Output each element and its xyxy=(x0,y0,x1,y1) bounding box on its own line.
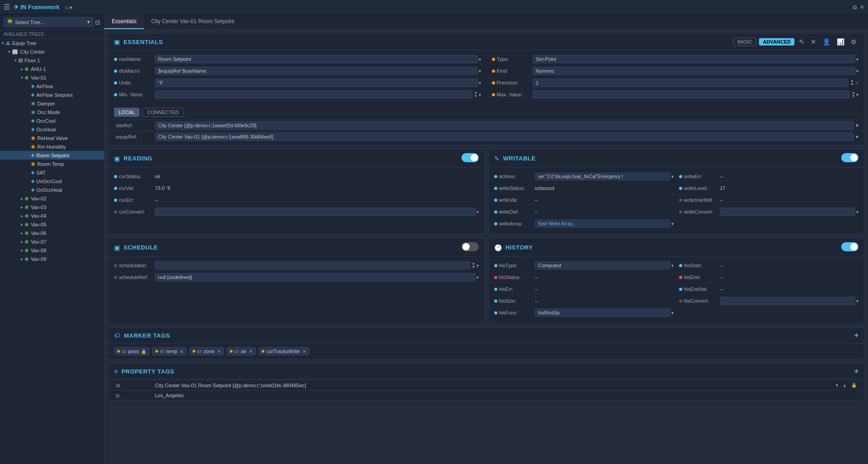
sidebar-item-occcool[interactable]: ◈ OccCool xyxy=(0,116,104,125)
toggle-vav-08[interactable]: ▸ xyxy=(19,248,25,253)
units-dropdown-icon[interactable]: ▾ xyxy=(479,80,481,85)
sidebar-item-vav-01[interactable]: ▾ ◉ Vav-01 xyxy=(0,73,104,82)
menu-icon[interactable]: ☰ xyxy=(4,3,10,11)
edit-icon[interactable]: ✎ xyxy=(797,37,806,46)
basic-button[interactable]: BASIC xyxy=(733,38,756,46)
prop-id-lock-icon[interactable]: 🔒 xyxy=(849,382,858,389)
prop-id-dropdown-icon[interactable]: ▾ xyxy=(834,382,840,389)
settings-icon[interactable]: ⚙ xyxy=(849,37,858,46)
sidebar-item-vav-08[interactable]: ▸ ◉ Vav-08 xyxy=(0,246,104,254)
toggle-vav-04[interactable]: ▸ xyxy=(19,214,25,218)
writable-toggle[interactable] xyxy=(841,153,858,162)
kind-dropdown-icon[interactable]: ▾ xyxy=(856,69,858,74)
window-restore-icon[interactable]: ⧉ xyxy=(853,4,857,10)
sidebar-item-reheat-valve[interactable]: ◉ ReHeat Valve xyxy=(0,134,104,142)
writearray-input[interactable] xyxy=(535,220,670,228)
minvalue-dropdown-icon[interactable]: ▾ xyxy=(479,92,481,97)
tree-select[interactable]: 🌳 Select Tree... ▾ xyxy=(4,17,93,27)
hisconvert-input[interactable] xyxy=(720,297,855,305)
actions-input[interactable] xyxy=(535,173,670,180)
sidebar-item-room-setpoint[interactable]: ◈ Room Setpoint xyxy=(0,151,104,160)
sidebar-item-floor-1[interactable]: ▾ ▤ Floor 1 xyxy=(0,56,104,65)
sidebar-item-ahu-1[interactable]: ▸ ◉ AHU-1 xyxy=(0,65,104,73)
curconvert-dropdown-icon[interactable]: ▾ xyxy=(476,210,479,215)
type-dropdown-icon[interactable]: ▾ xyxy=(856,57,858,62)
sidebar-item-unocc-cool[interactable]: ◈ UnOccCool xyxy=(0,177,104,185)
hisfunc-dropdown-icon[interactable]: ▾ xyxy=(671,310,674,315)
siteref-arrow[interactable]: ▾ xyxy=(856,122,858,129)
hisfunc-input[interactable] xyxy=(535,309,670,317)
precision-input[interactable] xyxy=(533,79,849,87)
precision-down[interactable]: ▼ xyxy=(850,83,854,86)
window-close-icon[interactable]: ✕ xyxy=(860,4,864,10)
schedule-toggle[interactable] xyxy=(461,242,479,251)
property-tags-add-button[interactable]: + xyxy=(854,367,858,375)
sidebar-item-room-temp[interactable]: ◉ Room Temp xyxy=(0,160,104,168)
toggle-vav-01[interactable]: ▾ xyxy=(19,75,25,80)
sidebar-item-occ-mode[interactable]: ◉ Occ Mode xyxy=(0,108,104,116)
home-icon[interactable]: ⌂ xyxy=(65,4,68,10)
schedulable-input[interactable] xyxy=(155,261,470,269)
toggle-vav-05[interactable]: ▸ xyxy=(19,222,25,227)
scheduleref-input[interactable] xyxy=(155,273,476,281)
maxvalue-dropdown-icon[interactable]: ▾ xyxy=(856,92,858,97)
writeconvert-dropdown-icon[interactable]: ▾ xyxy=(856,210,858,215)
precision-check-icon[interactable]: ✓ xyxy=(855,80,858,85)
user-icon[interactable]: 👤 xyxy=(821,37,832,46)
schedulable-dropdown-icon[interactable]: ▾ xyxy=(476,263,479,268)
tab-city-center-vav01[interactable]: City Center Vav-01 Room Setpoint xyxy=(144,15,242,29)
writeconvert-input[interactable] xyxy=(720,208,855,216)
toggle-vav-06[interactable]: ▸ xyxy=(19,231,25,235)
toggle-vav-09[interactable]: ▸ xyxy=(19,257,25,261)
tab-essentials[interactable]: Essentials xyxy=(104,15,144,29)
sidebar-item-damper[interactable]: ◉ Damper xyxy=(0,99,104,108)
sidebar-item-vav-06[interactable]: ▸ ◉ Vav-06 xyxy=(0,229,104,237)
sidebar-item-occheat[interactable]: ◈ OccHeat xyxy=(0,125,104,134)
histype-input[interactable] xyxy=(535,261,670,269)
toggle-vav-07[interactable]: ▸ xyxy=(19,239,25,244)
chart-icon[interactable]: 📊 xyxy=(835,37,846,46)
sidebar-item-equip-tree[interactable]: ▾ 🖧 Equip Tree xyxy=(0,39,104,47)
dismacro-dropdown-icon[interactable]: ▾ xyxy=(479,69,481,74)
writearray-dropdown-icon[interactable]: ▾ xyxy=(671,221,674,226)
toggle-vav-02[interactable]: ▸ xyxy=(19,196,25,201)
toggle-vav-03[interactable]: ▸ xyxy=(19,205,25,210)
navname-dropdown-icon[interactable]: ▾ xyxy=(479,57,481,62)
tag-curtrackswrite-remove[interactable]: ✕ xyxy=(303,349,306,354)
minvalue-down[interactable]: ▼ xyxy=(474,95,478,98)
prop-id-expand-icon[interactable]: ▴ xyxy=(842,382,848,389)
advanced-button[interactable]: ADVANCED xyxy=(759,38,794,45)
kind-input[interactable] xyxy=(533,67,856,75)
sidebar-collapse-icon[interactable]: ⊟ xyxy=(95,19,100,26)
sidebar-item-vav-03[interactable]: ▸ ◉ Vav-03 xyxy=(0,203,104,211)
siteref-input[interactable] xyxy=(155,121,854,130)
toggle-ahu-1[interactable]: ▸ xyxy=(19,67,25,71)
marker-tags-add-button[interactable]: + xyxy=(854,331,858,339)
sidebar-item-vav-05[interactable]: ▸ ◉ Vav-05 xyxy=(0,220,104,229)
toggle-equip-tree[interactable]: ▾ xyxy=(0,41,5,45)
sidebar-item-vav-04[interactable]: ▸ ◉ Vav-04 xyxy=(0,211,104,220)
sidebar-item-sat[interactable]: ◈ SAT xyxy=(0,168,104,177)
sidebar-item-city-center[interactable]: ▾ 🏢 City Center xyxy=(0,47,104,56)
sidebar-item-rm-humidity[interactable]: ◉ Rm Humidity xyxy=(0,142,104,151)
toggle-floor-1[interactable]: ▾ xyxy=(13,58,18,63)
minvalue-input[interactable] xyxy=(155,90,472,99)
sidebar-item-unocc-heat[interactable]: ◈ UnOccHeat xyxy=(0,185,104,194)
type-input[interactable] xyxy=(533,55,856,63)
reading-toggle[interactable] xyxy=(461,153,479,162)
maxvalue-input[interactable] xyxy=(533,90,850,99)
equipref-arrow[interactable]: ▾ xyxy=(856,134,858,140)
scheduleref-dropdown-icon[interactable]: ▾ xyxy=(476,275,479,280)
toggle-city-center[interactable]: ▾ xyxy=(6,50,12,54)
tag-air-remove[interactable]: ✕ xyxy=(249,349,253,354)
curconvert-input[interactable] xyxy=(155,208,476,216)
sidebar-item-vav-07[interactable]: ▸ ◉ Vav-07 xyxy=(0,237,104,246)
equipref-input[interactable] xyxy=(155,133,854,141)
sidebar-item-airflow[interactable]: ◈ AirFlow xyxy=(0,82,104,90)
connected-button[interactable]: CONNECTED xyxy=(142,108,184,117)
hisconvert-dropdown-icon[interactable]: ▾ xyxy=(856,299,858,304)
histype-dropdown-icon[interactable]: ▾ xyxy=(671,263,674,268)
dismacro-input[interactable] xyxy=(155,67,478,75)
actions-dropdown-icon[interactable]: ▾ xyxy=(671,174,674,179)
navname-input[interactable] xyxy=(155,55,478,63)
